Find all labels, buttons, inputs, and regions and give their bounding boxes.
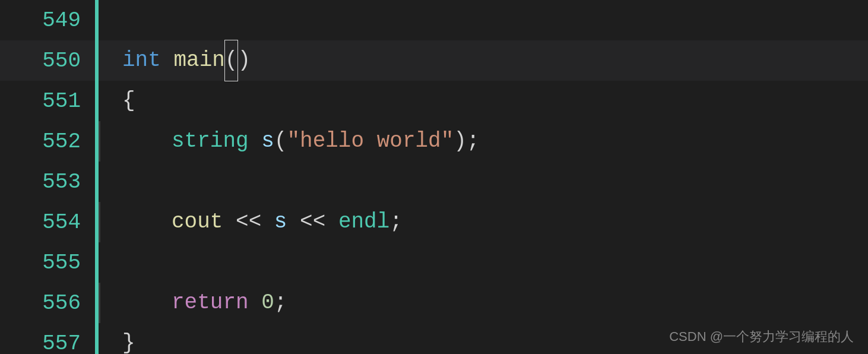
keyword-cout: cout (172, 202, 223, 242)
brace-open: { (122, 81, 135, 121)
return-value: 0 (261, 283, 274, 323)
code-line-551: 551 { (0, 81, 868, 121)
gutter-bar-549 (95, 0, 99, 40)
code-line-550: 550 int main ( ) (0, 40, 868, 81)
code-content-554: cout << s << endl ; (99, 202, 403, 242)
op-stream1: << (236, 202, 261, 242)
space-op3 (287, 202, 300, 242)
paren-s-close: ); (454, 121, 479, 162)
paren-close: ) (237, 40, 251, 81)
code-line-554: 554 cout << s << endl ; (0, 202, 868, 242)
space-1 (161, 40, 174, 81)
paren-open: ( (225, 40, 238, 81)
keyword-endl: endl (338, 202, 389, 242)
space-op2 (261, 202, 274, 242)
line-number-551: 551 (0, 89, 95, 113)
code-content-550: int main ( ) (99, 40, 251, 81)
op-stream2: << (300, 202, 325, 242)
keyword-string: string (172, 121, 249, 162)
brace-close: } (122, 323, 135, 354)
line-number-557: 557 (0, 331, 95, 355)
code-content-557: } (99, 323, 135, 354)
code-container: 549 550 int main ( ) 551 { 5 (0, 0, 868, 354)
space-endl (325, 202, 338, 242)
line-number-549: 549 (0, 8, 95, 33)
line-number-552: 552 (0, 129, 95, 154)
gutter-bar-555 (95, 242, 99, 283)
code-line-552: 552 string s ( "hello world" ); (0, 121, 868, 162)
string-literal: "hello world" (287, 121, 454, 162)
code-line-555: 555 (0, 242, 868, 283)
variable-s-2: s (274, 202, 287, 242)
semicolon-cout: ; (389, 202, 403, 242)
code-content-551: { (99, 81, 135, 121)
variable-s: s (261, 121, 274, 162)
keyword-int: int (122, 40, 161, 81)
line-number-555: 555 (0, 251, 95, 275)
function-main: main (173, 40, 224, 81)
line-number-554: 554 (0, 210, 95, 235)
semicolon-return: ; (274, 283, 287, 323)
line-number-556: 556 (0, 291, 95, 315)
code-line-556: 556 return 0 ; (0, 283, 868, 323)
keyword-return: return (172, 283, 249, 323)
code-content-552: string s ( "hello world" ); (99, 121, 480, 162)
watermark: CSDN @一个努力学习编程的人 (669, 328, 854, 346)
space-return (249, 283, 262, 323)
space-s (249, 121, 262, 162)
space-op1 (223, 202, 236, 242)
code-line-553: 553 (0, 162, 868, 202)
code-line-549: 549 (0, 0, 868, 40)
line-number-553: 553 (0, 170, 95, 194)
code-editor: 549 550 int main ( ) 551 { 5 (0, 0, 868, 354)
gutter-bar-553 (95, 162, 99, 202)
line-number-550: 550 (0, 49, 95, 73)
code-content-556: return 0 ; (99, 283, 287, 323)
paren-s-open: ( (274, 121, 287, 162)
